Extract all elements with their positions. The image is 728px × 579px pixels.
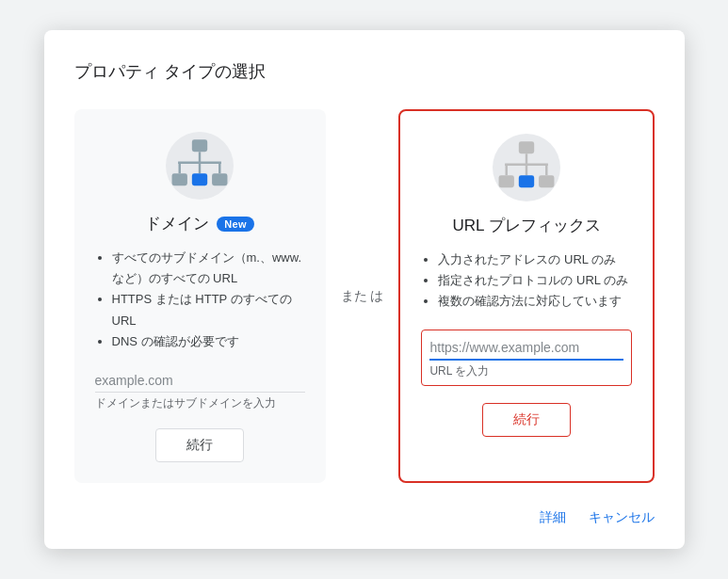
dialog-footer: 詳細 キャンセル: [74, 502, 655, 526]
svg-rect-8: [212, 173, 227, 185]
domain-bullet-2: HTTPS または HTTP のすべての URL: [112, 289, 305, 330]
domain-icon-circle: [166, 132, 234, 200]
domain-icon-area: [95, 132, 305, 200]
url-input-hint: URL を入力: [429, 363, 623, 379]
svg-rect-15: [499, 175, 514, 187]
domain-input-group: ドメインまたはサブドメインを入力: [95, 369, 305, 411]
domain-icon: [166, 132, 234, 200]
cards-row: ドメイン New すべてのサブドメイン（m.、www. など）のすべての URL…: [74, 109, 655, 482]
url-card[interactable]: URL プレフィックス 入力されたアドレスの URL のみ 指定されたプロトコル…: [398, 109, 654, 482]
svg-rect-17: [539, 175, 554, 187]
domain-bullets: すべてのサブドメイン（m.、www. など）のすべての URL HTTPS また…: [95, 248, 305, 351]
url-prefix-icon: [493, 134, 560, 201]
domain-input[interactable]: [95, 369, 305, 393]
url-input[interactable]: [429, 336, 623, 361]
url-continue-button[interactable]: 続行: [482, 403, 571, 437]
svg-rect-7: [192, 173, 207, 185]
dialog-title: プロパティ タイプの選択: [74, 60, 655, 83]
cancel-button[interactable]: キャンセル: [589, 509, 655, 526]
new-badge: New: [217, 217, 254, 232]
url-bullet-3: 複数の確認方法に対応しています: [438, 291, 631, 312]
domain-input-hint: ドメインまたはサブドメインを入力: [95, 395, 305, 411]
url-title-row: URL プレフィックス: [421, 215, 631, 236]
or-divider: また は: [326, 109, 399, 482]
svg-rect-9: [519, 141, 534, 153]
domain-title: ドメイン: [145, 213, 209, 234]
url-icon-area: [421, 134, 631, 201]
url-bullet-1: 入力されたアドレスの URL のみ: [438, 249, 631, 270]
domain-bullet-1: すべてのサブドメイン（m.、www. など）のすべての URL: [112, 248, 305, 289]
domain-bullet-3: DNS の確認が必要です: [112, 331, 305, 352]
details-link[interactable]: 詳細: [540, 509, 566, 526]
domain-title-row: ドメイン New: [95, 213, 305, 234]
domain-continue-button[interactable]: 続行: [155, 428, 244, 462]
url-icon-circle: [493, 134, 560, 201]
url-title: URL プレフィックス: [452, 215, 600, 236]
url-bullet-2: 指定されたプロトコルの URL のみ: [438, 270, 631, 291]
domain-card[interactable]: ドメイン New すべてのサブドメイン（m.、www. など）のすべての URL…: [74, 109, 326, 482]
svg-rect-6: [172, 173, 187, 185]
svg-rect-16: [519, 175, 534, 187]
url-input-group: URL を入力: [421, 330, 631, 386]
property-type-dialog: プロパティ タイプの選択: [44, 30, 685, 548]
svg-rect-0: [192, 139, 207, 152]
url-bullets: 入力されたアドレスの URL のみ 指定されたプロトコルの URL のみ 複数の…: [421, 249, 631, 312]
